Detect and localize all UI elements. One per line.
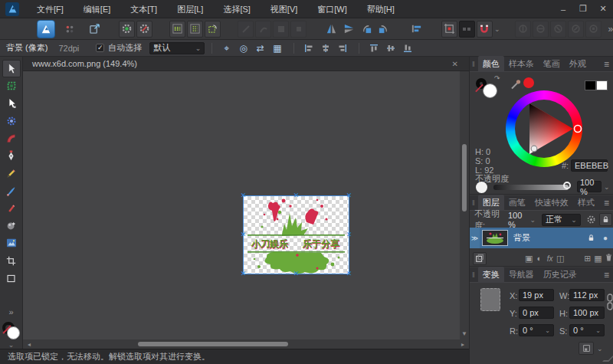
rotation-input[interactable]: 0 °⌄ — [519, 324, 554, 336]
align-center-icon[interactable] — [318, 41, 333, 54]
canvas[interactable]: 小刀娱乐 小刀娱乐 乐于分享 乐于分享 ✕ ✕ ✕ ✕ ✕ ✕ ✕ — [23, 71, 460, 339]
settings-gear-red-icon[interactable] — [136, 21, 152, 38]
blend-options-gear-icon[interactable] — [586, 215, 596, 225]
vector-brush-tool[interactable] — [2, 182, 21, 200]
color-dots-icon[interactable] — [62, 21, 78, 38]
delete-layer-icon[interactable] — [603, 253, 613, 264]
picked-color-swatch[interactable] — [523, 77, 534, 88]
colorwell-chevron-icon[interactable]: ⌄ — [8, 341, 15, 349]
panel-grip-icon[interactable]: ‖ — [472, 199, 475, 207]
stroke-fill-selector[interactable] — [2, 322, 21, 339]
vector-crop-tool[interactable] — [2, 252, 21, 270]
vertical-scroll-thumb[interactable] — [462, 144, 467, 212]
layer-lock-icon[interactable] — [587, 234, 595, 242]
tab-swatches[interactable]: 样本条 — [504, 56, 539, 72]
menu-file[interactable]: 文件[F] — [27, 0, 74, 18]
toolbar-overflow-icon[interactable]: » — [608, 24, 613, 34]
pen-tool[interactable] — [2, 147, 21, 165]
alignment-icon[interactable] — [408, 21, 425, 38]
layer-opacity-value[interactable]: 100 % — [508, 211, 528, 229]
blend-mode-dropdown[interactable]: 正常 ⌄ — [542, 214, 581, 226]
swap-colors-icon[interactable]: ↷ — [494, 74, 500, 82]
x-input[interactable]: 19 px — [519, 289, 554, 301]
point-transform-tool[interactable] — [2, 113, 21, 130]
tab-close-icon[interactable]: ✕ — [452, 60, 458, 68]
transform-mode-chevron-icon[interactable]: ⌄ — [597, 345, 603, 353]
move-tool[interactable] — [2, 60, 21, 77]
scroll-down-icon[interactable]: ▼ — [460, 330, 469, 337]
live-filter-icon[interactable]: ◫ — [555, 254, 565, 264]
menu-window[interactable]: 窗口[W] — [307, 0, 357, 18]
link-dimensions-icon[interactable] — [607, 293, 613, 310]
select-rotate-icon[interactable] — [205, 21, 221, 38]
eyedropper-icon[interactable] — [510, 78, 522, 90]
handle-top-right[interactable]: ✕ — [346, 192, 352, 199]
transform-separately-icon[interactable]: ▦ — [270, 41, 284, 54]
menu-select[interactable]: 选择[S] — [213, 0, 260, 18]
snap-frame-icon[interactable] — [441, 21, 457, 38]
node-tool[interactable] — [2, 95, 21, 113]
flip-vertical-icon[interactable] — [341, 21, 357, 38]
align-middle-icon[interactable] — [383, 41, 398, 54]
opacity-chevron-icon[interactable]: ⌄ — [529, 216, 536, 224]
vertical-scrollbar[interactable] — [460, 71, 469, 339]
snap-options-box[interactable] — [459, 21, 475, 38]
menu-text[interactable]: 文本[T] — [120, 0, 167, 18]
new-pixel-layer-icon[interactable]: ▦ — [593, 254, 604, 264]
lock-layer-button[interactable] — [599, 213, 612, 226]
horizontal-scroll-thumb[interactable] — [138, 342, 288, 346]
select-grid-icon[interactable] — [187, 21, 203, 38]
horizontal-scrollbar[interactable]: ◂ ▸ — [23, 339, 469, 349]
cycle-selection-icon[interactable]: ◎ — [236, 41, 251, 54]
place-image-tool[interactable] — [2, 234, 21, 252]
panel-resize-grip[interactable] — [602, 356, 613, 362]
panel-menu-icon[interactable]: ≡ — [604, 59, 609, 70]
more-tools-icon[interactable]: » — [2, 303, 21, 320]
minimize-button[interactable]: – — [553, 1, 573, 18]
panel-menu-icon[interactable]: ≡ — [604, 198, 609, 208]
rotate-cw-icon[interactable] — [376, 21, 392, 38]
transform-mode-button[interactable] — [579, 342, 594, 355]
panel-menu-icon[interactable]: ≡ — [604, 270, 609, 280]
handle-middle-right[interactable]: ✕ — [346, 231, 352, 238]
align-right-icon[interactable] — [335, 41, 349, 54]
tab-navigator[interactable]: 导航器 — [504, 267, 539, 283]
align-bottom-icon[interactable] — [400, 41, 415, 54]
align-top-icon[interactable] — [366, 41, 381, 54]
hsl-triangle[interactable] — [506, 90, 582, 167]
fill-well-icon[interactable] — [483, 84, 497, 98]
tab-transform[interactable]: 变换 — [478, 267, 504, 283]
tab-stroke[interactable]: 笔画 — [539, 56, 565, 72]
mask-layer-icon[interactable]: ▣ — [523, 254, 534, 264]
new-layer-icon[interactable]: ⊞ — [582, 254, 593, 264]
menu-edit[interactable]: 编辑[E] — [74, 0, 120, 18]
handle-bottom-left[interactable]: ✕ — [240, 271, 247, 277]
fill-tool[interactable] — [2, 199, 21, 217]
marquee-tool[interactable] — [2, 77, 21, 95]
fill-color-icon[interactable] — [7, 326, 20, 339]
handle-bottom-right[interactable]: ✕ — [346, 271, 352, 277]
scroll-right-icon[interactable]: ▸ — [458, 341, 467, 348]
rotate-ccw-icon[interactable] — [359, 21, 375, 38]
flip-horizontal-icon[interactable] — [323, 21, 339, 38]
snap-magnet-icon[interactable] — [477, 21, 493, 38]
tab-quick-fx[interactable]: 快速特效 — [530, 195, 573, 211]
handle-middle-left[interactable]: ✕ — [240, 231, 247, 238]
anchor-point-selector[interactable] — [480, 288, 500, 311]
panel-grip-icon[interactable]: ‖ — [472, 61, 475, 68]
settings-gear-green-icon[interactable] — [119, 21, 135, 38]
adjustment-layer-icon[interactable]: ◐ — [534, 254, 545, 263]
opacity-swatch[interactable] — [476, 182, 487, 193]
hue-selector[interactable] — [575, 126, 582, 133]
fill-stroke-wells[interactable]: ↷ — [476, 77, 503, 101]
align-left-icon[interactable] — [301, 41, 316, 54]
opacity-chevron-icon[interactable]: ⌄ — [604, 183, 610, 191]
handle-bottom-center[interactable]: ✕ — [293, 271, 300, 277]
layer-thumbnail[interactable] — [482, 230, 508, 246]
opacity-slider[interactable] — [493, 185, 569, 190]
transparency-tool[interactable] — [2, 217, 21, 234]
menu-help[interactable]: 帮助[H] — [357, 0, 405, 18]
close-button[interactable]: ✕ — [593, 1, 613, 18]
edit-all-layers-button[interactable] — [473, 252, 487, 265]
triangle-selector[interactable] — [531, 146, 537, 152]
